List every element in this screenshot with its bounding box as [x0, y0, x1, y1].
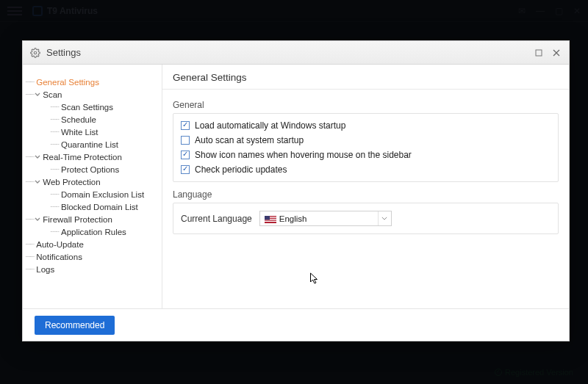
tree-node-label: Scan Settings	[59, 103, 113, 112]
tree-node-label: White List	[59, 128, 98, 137]
tree-node-label: Real-Time Protection	[40, 153, 122, 162]
tree-node[interactable]: ┈┈Logs	[26, 264, 157, 275]
tree-node[interactable]: ┈┈Firewall Protection	[26, 214, 157, 225]
checkbox[interactable]	[181, 121, 190, 130]
tree-node[interactable]: ┈┈White List	[26, 126, 157, 137]
svg-rect-5	[265, 220, 276, 221]
tree-node-label: Application Rules	[59, 228, 126, 236]
settings-content: General Settings General Load automatica…	[162, 65, 569, 308]
general-group: General Load automatically at Windows st…	[173, 100, 559, 182]
settings-modal: Settings ┈┈General Settings┈┈Scan ┈┈Scan…	[22, 40, 570, 341]
tree-node[interactable]: ┈┈Real-Time Protection	[26, 151, 157, 162]
content-header: General Settings	[162, 65, 569, 90]
chevron-down-icon[interactable]	[34, 178, 40, 185]
tree-node-label: Web Protection	[40, 178, 100, 186]
chevron-down-icon[interactable]	[34, 153, 40, 160]
tree-node-label: Blocked Domain List	[59, 203, 138, 211]
checkbox-row: Load automatically at Windows startup	[181, 118, 551, 133]
modal-maximize-button[interactable]	[534, 48, 544, 58]
recommended-button[interactable]: Recommended	[35, 316, 115, 335]
checkbox-row: Auto scan at system startup	[181, 133, 551, 148]
tree-node[interactable]: ┈┈Domain Exclusion List	[26, 189, 157, 200]
checkbox[interactable]	[181, 136, 190, 145]
settings-sidebar: ┈┈General Settings┈┈Scan ┈┈Scan Settings…	[23, 65, 162, 308]
language-group: Language Current Language	[173, 189, 559, 234]
checkbox-label: Check periodic updates	[195, 164, 287, 175]
chevron-down-icon[interactable]	[34, 91, 40, 98]
page-title: General Settings	[173, 72, 559, 83]
language-value: English	[279, 214, 378, 223]
tree-node[interactable]: ┈┈Quarantine List	[26, 139, 157, 150]
tree-node[interactable]: ┈┈Scan Settings	[26, 101, 157, 112]
checkbox-label: Load automatically at Windows startup	[195, 120, 345, 131]
tree-node[interactable]: ┈┈Application Rules	[26, 226, 157, 237]
tree-node-label: Protect Options	[59, 165, 119, 174]
checkbox[interactable]	[181, 151, 190, 159]
chevron-down-icon	[378, 211, 391, 225]
tree-node-label: General Settings	[34, 78, 99, 87]
svg-point-0	[34, 51, 37, 54]
modal-titlebar: Settings	[23, 41, 569, 65]
tree-node[interactable]: ┈┈Blocked Domain List	[26, 201, 157, 212]
checkbox-label: Auto scan at system startup	[195, 135, 304, 145]
modal-title: Settings	[46, 47, 81, 58]
tree-node-label: Quarantine List	[59, 140, 118, 149]
checkbox-row: Show icon names when hovering mouse on t…	[181, 148, 551, 162]
language-group-title: Language	[173, 189, 559, 203]
modal-close-button[interactable]	[551, 48, 562, 58]
tree-node-label: Logs	[34, 265, 54, 274]
general-group-title: General	[173, 100, 559, 113]
tree-node-label: Firewall Protection	[40, 215, 112, 224]
tree-node[interactable]: ┈┈General Settings	[26, 76, 157, 87]
tree-node-label: Auto-Update	[34, 240, 84, 249]
language-label: Current Language	[181, 214, 252, 224]
tree-node-label: Notifications	[34, 253, 82, 261]
chevron-down-icon[interactable]	[34, 216, 40, 222]
flag-us-icon	[265, 215, 276, 222]
settings-tree: ┈┈General Settings┈┈Scan ┈┈Scan Settings…	[26, 76, 157, 275]
tree-node-label: Scan	[40, 90, 62, 99]
tree-node-label: Domain Exclusion List	[59, 190, 144, 199]
checkbox-row: Check periodic updates	[181, 162, 551, 177]
tree-node[interactable]: ┈┈Protect Options	[26, 164, 157, 175]
modal-footer: Recommended	[23, 308, 569, 341]
svg-rect-6	[265, 216, 270, 220]
tree-node-label: Schedule	[59, 115, 96, 124]
tree-node[interactable]: ┈┈Scan	[26, 89, 157, 100]
language-dropdown[interactable]: English	[259, 211, 392, 226]
checkbox-label: Show icon names when hovering mouse on t…	[195, 150, 412, 160]
tree-node[interactable]: ┈┈Notifications	[26, 251, 157, 262]
svg-rect-1	[536, 50, 542, 56]
tree-node[interactable]: ┈┈Web Protection	[26, 176, 157, 187]
tree-node[interactable]: ┈┈Schedule	[26, 114, 157, 125]
checkbox[interactable]	[181, 165, 190, 174]
gear-icon	[30, 48, 40, 58]
tree-node[interactable]: ┈┈Auto-Update	[26, 239, 157, 250]
